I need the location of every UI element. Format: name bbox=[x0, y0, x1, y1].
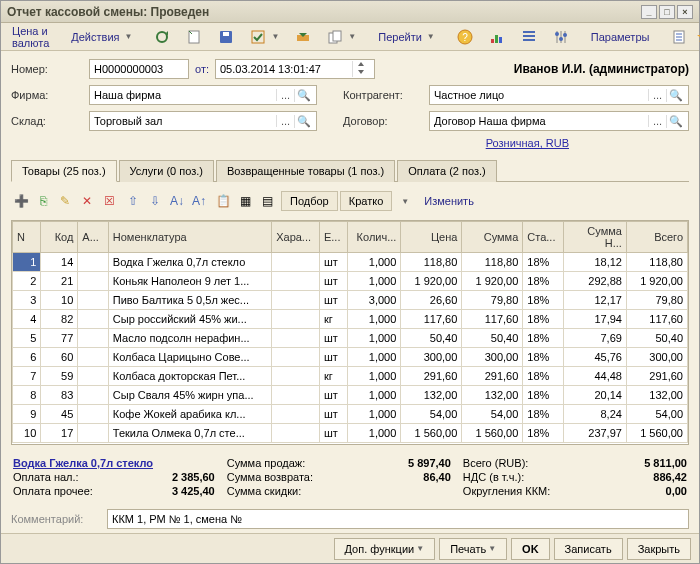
warehouse-field[interactable]: Торговый зал ... 🔍 bbox=[89, 111, 317, 131]
table-row[interactable]: 310Пиво Балтика 5 0,5л жес...шт3,00026,6… bbox=[13, 291, 688, 310]
goto-menu[interactable]: Перейти▼ bbox=[371, 26, 442, 48]
cell-n: 8 bbox=[13, 386, 41, 405]
table-row[interactable]: 577Масло подсолн нерафин...шт1,00050,405… bbox=[13, 329, 688, 348]
ok-button[interactable]: OK bbox=[511, 538, 550, 560]
close-form-button[interactable]: Закрыть bbox=[627, 538, 691, 560]
chevron-down-icon: ▼ bbox=[488, 544, 496, 553]
other-label: Оплата прочее: bbox=[13, 485, 93, 497]
toolbar-icon-4[interactable]: ▼ bbox=[243, 26, 286, 48]
contragent-field[interactable]: Частное лицо ... 🔍 bbox=[429, 85, 689, 105]
chevron-down-icon: ▼ bbox=[271, 32, 279, 41]
delete-all-button[interactable]: ☒ bbox=[99, 191, 119, 211]
toolbar-icon-6[interactable]: ▼ bbox=[320, 26, 363, 48]
table-row[interactable]: 482Сыр российский 45% жи...кг1,000117,60… bbox=[13, 310, 688, 329]
sort-desc-button[interactable]: A↑ bbox=[189, 191, 209, 211]
copy-row-button[interactable]: ⎘ bbox=[33, 191, 53, 211]
date-spinner-icon[interactable] bbox=[352, 61, 370, 77]
return-value: 86,40 bbox=[423, 471, 451, 483]
star-icon[interactable]: ★ bbox=[696, 27, 700, 46]
cell-n: 5 bbox=[13, 329, 41, 348]
document-icon bbox=[186, 29, 202, 45]
add-row-button[interactable]: ➕ bbox=[11, 191, 31, 211]
toolbar-icon-8[interactable] bbox=[514, 26, 544, 48]
edit-row-button[interactable]: ✎ bbox=[55, 191, 75, 211]
toolbar-icon-1[interactable] bbox=[147, 26, 177, 48]
cell-nomen: Колбаса Царицыно Сове... bbox=[108, 348, 271, 367]
col-total[interactable]: Всего bbox=[626, 222, 687, 253]
toolbar-icon-7[interactable] bbox=[482, 26, 512, 48]
table-icon-1[interactable]: ▦ bbox=[235, 191, 255, 211]
table-row[interactable]: 221Коньяк Наполеон 9 лет 1...шт1,0001 92… bbox=[13, 272, 688, 291]
user-display: Иванов И.И. (администратор) bbox=[514, 62, 689, 76]
table-row[interactable]: 1017Текила Олмека 0,7л сте...шт1,0001 56… bbox=[13, 424, 688, 443]
actions-menu[interactable]: Действия▼ bbox=[64, 26, 139, 48]
ellipsis-icon[interactable]: ... bbox=[276, 89, 294, 101]
tab-services[interactable]: Услуги (0 поз.) bbox=[119, 160, 214, 182]
toolbar-icon-5[interactable] bbox=[288, 26, 318, 48]
col-vat[interactable]: Сумма Н... bbox=[563, 222, 626, 253]
col-qty[interactable]: Колич... bbox=[348, 222, 401, 253]
cell-char bbox=[272, 272, 320, 291]
col-a[interactable]: А... bbox=[78, 222, 108, 253]
cell-char bbox=[272, 291, 320, 310]
search-icon[interactable]: 🔍 bbox=[666, 89, 684, 102]
cell-nomen: Пиво Балтика 5 0,5л жес... bbox=[108, 291, 271, 310]
col-n[interactable]: N bbox=[13, 222, 41, 253]
move-up-button[interactable]: ⇧ bbox=[123, 191, 143, 211]
short-button[interactable]: Кратко bbox=[340, 191, 393, 211]
selected-item-link[interactable]: Водка Гжелка 0,7л стекло bbox=[13, 457, 153, 469]
toolbar-icon-9[interactable] bbox=[546, 26, 576, 48]
change-button[interactable]: Изменить bbox=[416, 191, 482, 211]
ellipsis-icon[interactable]: ... bbox=[648, 89, 666, 101]
search-icon[interactable]: 🔍 bbox=[294, 115, 312, 128]
parameters-button[interactable]: Параметры bbox=[584, 26, 657, 48]
minimize-button[interactable]: _ bbox=[641, 5, 657, 19]
search-icon[interactable]: 🔍 bbox=[666, 115, 684, 128]
col-unit[interactable]: Е... bbox=[319, 222, 347, 253]
round-label: Округления ККМ: bbox=[463, 485, 550, 497]
col-rate[interactable]: Ста... bbox=[523, 222, 563, 253]
cell-rate: 18% bbox=[523, 272, 563, 291]
cell-a bbox=[78, 329, 108, 348]
col-code[interactable]: Код bbox=[41, 222, 78, 253]
number-field[interactable]: Н0000000003 bbox=[89, 59, 189, 79]
svg-rect-12 bbox=[499, 37, 502, 43]
search-icon[interactable]: 🔍 bbox=[294, 89, 312, 102]
table-row[interactable]: 759Колбаса докторская Пет...кг1,000291,6… bbox=[13, 367, 688, 386]
retail-link[interactable]: Розничная, RUB bbox=[486, 137, 569, 149]
toolbar-icon-3[interactable] bbox=[211, 26, 241, 48]
tab-returns[interactable]: Возвращенные товары (1 поз.) bbox=[216, 160, 395, 182]
comment-field[interactable]: ККМ 1, РМ № 1, смена № bbox=[107, 509, 689, 529]
help-button[interactable]: ? bbox=[450, 26, 480, 48]
toolbar-icon-2[interactable] bbox=[179, 26, 209, 48]
save-button[interactable]: Записать bbox=[554, 538, 623, 560]
short-dropdown[interactable]: ▼ bbox=[394, 191, 414, 211]
col-sum[interactable]: Сумма bbox=[462, 222, 523, 253]
firm-field[interactable]: Наша фирма ... 🔍 bbox=[89, 85, 317, 105]
move-down-button[interactable]: ⇩ bbox=[145, 191, 165, 211]
date-field[interactable]: 05.03.2014 13:01:47 bbox=[215, 59, 375, 79]
delete-row-button[interactable]: ✕ bbox=[77, 191, 97, 211]
select-button[interactable]: Подбор bbox=[281, 191, 338, 211]
table-icon-2[interactable]: ▤ bbox=[257, 191, 277, 211]
tab-goods[interactable]: Товары (25 поз.) bbox=[11, 160, 117, 182]
extra-functions-button[interactable]: Доп. функции▼ bbox=[334, 538, 436, 560]
print-button[interactable]: Печать▼ bbox=[439, 538, 507, 560]
maximize-button[interactable]: □ bbox=[659, 5, 675, 19]
col-nomen[interactable]: Номенклатура bbox=[108, 222, 271, 253]
toolbar-icon-10[interactable] bbox=[664, 26, 694, 48]
table-row[interactable]: 945Кофе Жокей арабика кл...шт1,00054,005… bbox=[13, 405, 688, 424]
sort-asc-button[interactable]: A↓ bbox=[167, 191, 187, 211]
table-row[interactable]: 660Колбаса Царицыно Сове...шт1,000300,00… bbox=[13, 348, 688, 367]
close-button[interactable]: × bbox=[677, 5, 693, 19]
fill-button[interactable]: 📋 bbox=[213, 191, 233, 211]
contract-field[interactable]: Договор Наша фирма ... 🔍 bbox=[429, 111, 689, 131]
col-price[interactable]: Цена bbox=[401, 222, 462, 253]
price-currency-button[interactable]: Цена и валюта bbox=[5, 26, 56, 48]
table-row[interactable]: 883Сыр Сваля 45% жирн упа...шт1,000132,0… bbox=[13, 386, 688, 405]
table-row[interactable]: 114Водка Гжелка 0,7л стеклошт1,000118,80… bbox=[13, 253, 688, 272]
col-char[interactable]: Хара... bbox=[272, 222, 320, 253]
tab-payment[interactable]: Оплата (2 поз.) bbox=[397, 160, 496, 182]
ellipsis-icon[interactable]: ... bbox=[648, 115, 666, 127]
ellipsis-icon[interactable]: ... bbox=[276, 115, 294, 127]
